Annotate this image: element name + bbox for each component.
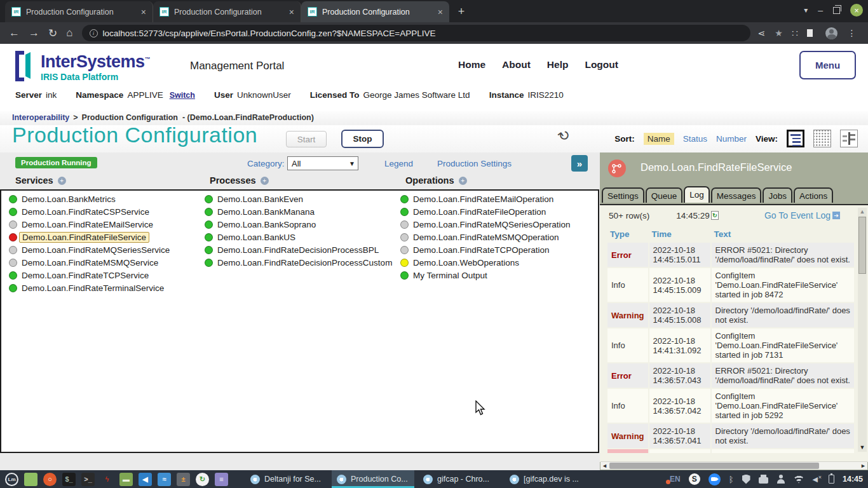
expand-panel-button[interactable]: » (571, 155, 588, 172)
category-select[interactable]: All ▼ (287, 156, 358, 170)
config-item[interactable]: Demo.Loan.FindRateTerminalService (9, 281, 200, 294)
taskbar-clock[interactable]: 14:45 (843, 475, 863, 484)
config-item-name[interactable]: Demo.Loan.FindRateFileOperation (413, 207, 546, 217)
log-row[interactable]: Error 2022-10-1814:45:15.011 ERROR #5021… (607, 243, 854, 267)
panel-horizontal-scrollbar[interactable]: ◄ ► (600, 461, 867, 470)
config-item[interactable]: Demo.Loan.WebOperations (400, 256, 591, 269)
terminal-icon[interactable]: $_ (62, 473, 76, 486)
bluetooth-icon[interactable]: ᛒ (729, 475, 734, 484)
sort-name-option[interactable]: Name (644, 133, 674, 145)
file-manager-icon[interactable]: ▬ (119, 473, 133, 486)
panel-tab-queue[interactable]: Queue (646, 187, 683, 203)
language-indicator[interactable]: EN (670, 475, 681, 484)
taskbar-window-button[interactable]: Deltanji for Se... (245, 470, 328, 488)
add-item-icon[interactable]: + (261, 177, 269, 185)
log-header-time[interactable]: Time (649, 228, 710, 241)
terminal-alt-icon[interactable]: >_ (81, 473, 95, 486)
log-header-text[interactable]: Text (712, 228, 854, 241)
config-item-name[interactable]: Demo.Loan.BankUS (217, 233, 295, 242)
browser-tab[interactable]: IR Production Configuration × (153, 1, 301, 22)
mint-menu-icon[interactable]: Lm (5, 473, 18, 486)
config-item[interactable]: Demo.Loan.FindRateTCPService (9, 269, 200, 281)
extensions-icon[interactable]: ⸬ (792, 28, 798, 38)
config-item[interactable]: My Terminal Output (400, 269, 591, 281)
start-button[interactable]: Start (286, 131, 327, 147)
config-item[interactable]: Demo.Loan.FindRateEMailService (9, 218, 200, 231)
wifi-icon[interactable] (794, 475, 804, 484)
config-item[interactable]: Demo.Loan.FindRateMSMQService (9, 256, 200, 269)
nav-home-link[interactable]: Home (458, 59, 485, 71)
panel-tab-actions[interactable]: Actions (794, 187, 833, 203)
panel-tab-settings[interactable]: Settings (602, 187, 644, 203)
config-item-name[interactable]: Demo.Loan.WebOperations (413, 258, 519, 268)
panel-vertical-scrollbar[interactable]: ▲ ▼ (858, 208, 867, 452)
menu-button[interactable]: Menu (799, 51, 856, 79)
show-desktop-icon[interactable] (24, 473, 37, 486)
restore-button[interactable] (833, 7, 840, 14)
stop-button[interactable]: Stop (341, 130, 384, 148)
switch-link[interactable]: Switch (170, 91, 195, 100)
url-text[interactable]: localhost:52773/csp/applive/EnsPortal.Pr… (103, 29, 436, 38)
home-icon[interactable]: ⌂ (66, 27, 72, 39)
text-editor-icon[interactable]: ≡ (215, 473, 228, 486)
skype-icon[interactable]: S (689, 473, 700, 485)
config-item[interactable]: Demo.Loan.FindRateCSPService (9, 205, 200, 218)
config-item-name[interactable]: Demo.Loan.FindRateCSPService (22, 207, 149, 217)
add-item-icon[interactable]: + (58, 177, 66, 185)
config-item[interactable]: Demo.Loan.FindRateFileOperation (400, 205, 591, 218)
nav-logout-link[interactable]: Logout (585, 59, 618, 71)
config-item-name[interactable]: Demo.Loan.FindRateTCPOperation (413, 245, 550, 255)
config-item-name[interactable]: Demo.Loan.FindRateTerminalService (22, 283, 164, 293)
log-row[interactable]: Info 2022-10-1814:41:31.092 ConfigItem '… (607, 329, 854, 362)
sort-number-option[interactable]: Number (716, 134, 747, 144)
config-item-name[interactable]: Demo.Loan.FindRateDecisionProcessBPL (217, 245, 379, 255)
config-item[interactable]: Demo.Loan.FindRateMSMQOperation (400, 231, 591, 243)
panel-tab-jobs[interactable]: Jobs (763, 187, 792, 203)
log-row[interactable]: Error 2022-10-1814:36:57.043 ERROR #5021… (607, 363, 854, 388)
browser-menu-icon[interactable]: ⋮ (847, 28, 856, 38)
production-settings-link[interactable]: Production Settings (437, 159, 512, 168)
scroll-right-icon[interactable]: ► (860, 462, 866, 470)
scroll-left-icon[interactable]: ◄ (602, 462, 607, 470)
orange-app-icon[interactable]: ○ (43, 473, 57, 486)
hscroll-thumb[interactable] (609, 463, 819, 469)
refresh-spinner-icon[interactable]: ↻ (555, 126, 574, 146)
log-refresh-icon[interactable]: ↻ (711, 211, 719, 220)
sidebar-icon[interactable] (807, 29, 816, 37)
vscroll-thumb[interactable] (858, 217, 866, 274)
view-list-icon[interactable] (787, 130, 804, 147)
tab-search-chevron-icon[interactable]: ▾ (804, 6, 808, 15)
red-app-icon[interactable]: ϟ (100, 473, 114, 486)
config-item-name[interactable]: Demo.Loan.FindRateMQSeriesService (22, 245, 170, 255)
taskbar-window-button[interactable]: Production Co... (332, 470, 414, 488)
calculator-icon[interactable]: ± (177, 473, 190, 486)
tab-close-icon[interactable]: × (438, 7, 443, 17)
config-item-name[interactable]: Demo.Loan.FindRateEMailService (22, 220, 153, 229)
address-bar[interactable]: i localhost:52773/csp/applive/EnsPortal.… (82, 25, 750, 41)
config-item-name[interactable]: Demo.Loan.BankEven (217, 194, 303, 204)
panel-tab-log[interactable]: Log (684, 186, 710, 203)
log-row[interactable]: Info 2022-10-1814:45:15.009 ConfigItem '… (607, 268, 854, 302)
nav-help-link[interactable]: Help (547, 59, 569, 71)
new-tab-button[interactable]: + (453, 3, 470, 20)
battery-icon[interactable] (829, 475, 834, 484)
config-item-name[interactable]: Demo.Loan.FindRateEMailOperation (413, 194, 553, 204)
config-item[interactable]: Demo.Loan.BankUS (205, 231, 395, 243)
config-item[interactable]: Demo.Loan.BankManana (205, 205, 395, 218)
config-item-name[interactable]: Demo.Loan.FindRateMQSeriesOperation (413, 220, 571, 229)
volume-muted-icon[interactable]: ◀ (813, 475, 818, 484)
system-monitor-icon[interactable]: ≈ (158, 473, 171, 486)
view-grid-icon[interactable] (813, 130, 831, 147)
bookmark-star-icon[interactable]: ★ (775, 28, 783, 38)
nav-about-link[interactable]: About (502, 59, 531, 71)
minimize-button[interactable]: – (818, 5, 823, 15)
shield-icon[interactable] (742, 475, 750, 484)
forward-icon[interactable]: → (29, 27, 39, 39)
user-tray-icon[interactable] (776, 475, 785, 484)
zoom-camera-icon[interactable] (709, 473, 721, 485)
browser-tab[interactable]: IR Production Configuration × (5, 1, 153, 22)
config-item-name[interactable]: Demo.Loan.FindRateDecisionProcessCustom (217, 258, 392, 268)
config-item[interactable]: Demo.Loan.FindRateTCPOperation (400, 243, 591, 256)
share-icon[interactable]: ⋖ (758, 28, 766, 38)
config-item[interactable]: Demo.Loan.FindRateDecisionProcessCustom (205, 256, 395, 269)
